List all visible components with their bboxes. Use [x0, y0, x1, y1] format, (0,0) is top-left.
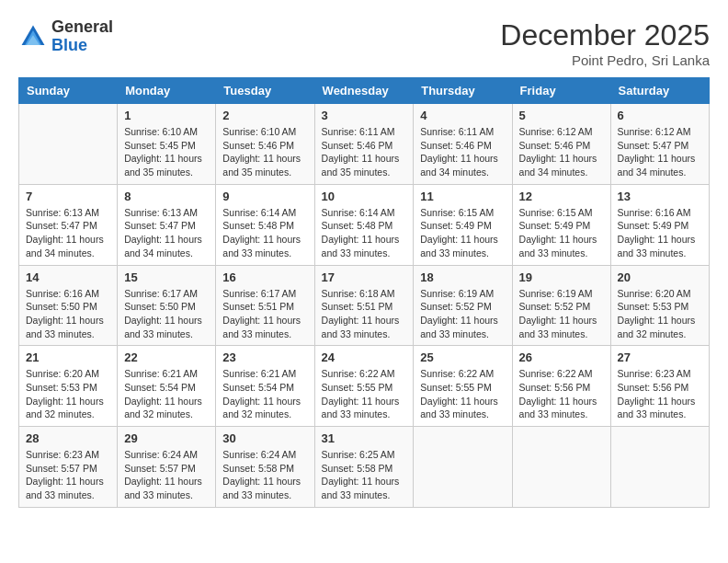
day-number: 12: [519, 190, 604, 203]
logo-blue-text: Blue: [51, 36, 87, 54]
day-number: 14: [26, 270, 110, 284]
day-number: 17: [322, 270, 407, 284]
day-number: 27: [618, 350, 702, 364]
page-header: General Blue December 2025 Point Pedro, …: [18, 18, 710, 68]
cell-info: Sunrise: 6:22 AMSunset: 5:55 PMDaylight:…: [420, 367, 505, 421]
cell-info: Sunrise: 6:12 AMSunset: 5:46 PMDaylight:…: [519, 125, 604, 179]
logo-general-text: General: [51, 17, 113, 36]
table-row: 16 Sunrise: 6:17 AMSunset: 5:51 PMDaylig…: [216, 265, 314, 346]
calendar-week-row: 7 Sunrise: 6:13 AMSunset: 5:47 PMDayligh…: [19, 184, 710, 265]
table-row: 24 Sunrise: 6:22 AMSunset: 5:55 PMDaylig…: [314, 346, 414, 427]
col-monday: Monday: [118, 78, 216, 104]
cell-info: Sunrise: 6:15 AMSunset: 5:49 PMDaylight:…: [420, 206, 505, 260]
table-row: 9 Sunrise: 6:14 AMSunset: 5:48 PMDayligh…: [216, 184, 314, 265]
table-row: 7 Sunrise: 6:13 AMSunset: 5:47 PMDayligh…: [19, 184, 118, 265]
cell-info: Sunrise: 6:20 AMSunset: 5:53 PMDaylight:…: [618, 287, 702, 341]
cell-info: Sunrise: 6:12 AMSunset: 5:47 PMDaylight:…: [618, 125, 702, 179]
cell-info: Sunrise: 6:10 AMSunset: 5:45 PMDaylight:…: [124, 125, 209, 179]
table-row: 2 Sunrise: 6:10 AMSunset: 5:46 PMDayligh…: [216, 104, 314, 185]
day-number: 30: [222, 431, 307, 445]
table-row: 20 Sunrise: 6:20 AMSunset: 5:53 PMDaylig…: [610, 265, 709, 346]
table-row: 17 Sunrise: 6:18 AMSunset: 5:51 PMDaylig…: [314, 265, 414, 346]
calendar-week-row: 1 Sunrise: 6:10 AMSunset: 5:45 PMDayligh…: [19, 104, 710, 185]
day-number: 15: [124, 270, 209, 284]
table-row: 8 Sunrise: 6:13 AMSunset: 5:47 PMDayligh…: [118, 184, 216, 265]
calendar-header-row: Sunday Monday Tuesday Wednesday Thursday…: [19, 78, 710, 104]
table-row: 5 Sunrise: 6:12 AMSunset: 5:46 PMDayligh…: [512, 104, 610, 185]
table-row: 27 Sunrise: 6:23 AMSunset: 5:56 PMDaylig…: [610, 346, 709, 427]
logo: General Blue: [18, 18, 113, 55]
day-number: 25: [420, 350, 505, 364]
day-number: 29: [124, 431, 209, 445]
col-tuesday: Tuesday: [216, 78, 314, 104]
day-number: 23: [222, 350, 307, 364]
table-row: 25 Sunrise: 6:22 AMSunset: 5:55 PMDaylig…: [414, 346, 512, 427]
day-number: 24: [322, 350, 407, 364]
cell-info: Sunrise: 6:19 AMSunset: 5:52 PMDaylight:…: [519, 287, 604, 341]
table-row: [610, 427, 709, 508]
calendar-table: Sunday Monday Tuesday Wednesday Thursday…: [18, 77, 710, 508]
table-row: 4 Sunrise: 6:11 AMSunset: 5:46 PMDayligh…: [414, 104, 512, 185]
table-row: 31 Sunrise: 6:25 AMSunset: 5:58 PMDaylig…: [314, 427, 414, 508]
day-number: 8: [124, 190, 209, 203]
col-wednesday: Wednesday: [314, 78, 414, 104]
cell-info: Sunrise: 6:11 AMSunset: 5:46 PMDaylight:…: [322, 125, 407, 179]
day-number: 3: [322, 109, 407, 122]
day-number: 28: [26, 431, 110, 445]
day-number: 11: [420, 190, 505, 203]
day-number: 1: [124, 109, 209, 122]
table-row: [19, 104, 118, 185]
table-row: 30 Sunrise: 6:24 AMSunset: 5:58 PMDaylig…: [216, 427, 314, 508]
cell-info: Sunrise: 6:16 AMSunset: 5:49 PMDaylight:…: [618, 206, 702, 260]
cell-info: Sunrise: 6:21 AMSunset: 5:54 PMDaylight:…: [124, 367, 209, 421]
col-thursday: Thursday: [414, 78, 512, 104]
calendar-week-row: 14 Sunrise: 6:16 AMSunset: 5:50 PMDaylig…: [19, 265, 710, 346]
logo-icon: [18, 22, 48, 52]
table-row: 10 Sunrise: 6:14 AMSunset: 5:48 PMDaylig…: [314, 184, 414, 265]
cell-info: Sunrise: 6:18 AMSunset: 5:51 PMDaylight:…: [322, 287, 407, 341]
cell-info: Sunrise: 6:10 AMSunset: 5:46 PMDaylight:…: [222, 125, 307, 179]
day-number: 26: [519, 350, 604, 364]
col-saturday: Saturday: [610, 78, 709, 104]
cell-info: Sunrise: 6:22 AMSunset: 5:55 PMDaylight:…: [322, 367, 407, 421]
cell-info: Sunrise: 6:16 AMSunset: 5:50 PMDaylight:…: [26, 287, 110, 341]
table-row: 14 Sunrise: 6:16 AMSunset: 5:50 PMDaylig…: [19, 265, 118, 346]
cell-info: Sunrise: 6:20 AMSunset: 5:53 PMDaylight:…: [26, 367, 110, 421]
day-number: 13: [618, 190, 702, 203]
col-sunday: Sunday: [19, 78, 118, 104]
cell-info: Sunrise: 6:24 AMSunset: 5:58 PMDaylight:…: [222, 448, 307, 502]
day-number: 5: [519, 109, 604, 122]
table-row: 18 Sunrise: 6:19 AMSunset: 5:52 PMDaylig…: [414, 265, 512, 346]
cell-info: Sunrise: 6:13 AMSunset: 5:47 PMDaylight:…: [124, 206, 209, 260]
day-number: 2: [222, 109, 307, 122]
cell-info: Sunrise: 6:13 AMSunset: 5:47 PMDaylight:…: [26, 206, 110, 260]
day-number: 22: [124, 350, 209, 364]
table-row: 28 Sunrise: 6:23 AMSunset: 5:57 PMDaylig…: [19, 427, 118, 508]
cell-info: Sunrise: 6:19 AMSunset: 5:52 PMDaylight:…: [420, 287, 505, 341]
day-number: 6: [618, 109, 702, 122]
cell-info: Sunrise: 6:25 AMSunset: 5:58 PMDaylight:…: [322, 448, 407, 502]
table-row: 22 Sunrise: 6:21 AMSunset: 5:54 PMDaylig…: [118, 346, 216, 427]
cell-info: Sunrise: 6:15 AMSunset: 5:49 PMDaylight:…: [519, 206, 604, 260]
day-number: 7: [26, 190, 110, 203]
cell-info: Sunrise: 6:17 AMSunset: 5:50 PMDaylight:…: [124, 287, 209, 341]
table-row: [512, 427, 610, 508]
table-row: 12 Sunrise: 6:15 AMSunset: 5:49 PMDaylig…: [512, 184, 610, 265]
day-number: 21: [26, 350, 110, 364]
table-row: 3 Sunrise: 6:11 AMSunset: 5:46 PMDayligh…: [314, 104, 414, 185]
table-row: 13 Sunrise: 6:16 AMSunset: 5:49 PMDaylig…: [610, 184, 709, 265]
logo-text: General Blue: [51, 18, 113, 55]
cell-info: Sunrise: 6:24 AMSunset: 5:57 PMDaylight:…: [124, 448, 209, 502]
day-number: 18: [420, 270, 505, 284]
table-row: 6 Sunrise: 6:12 AMSunset: 5:47 PMDayligh…: [610, 104, 709, 185]
table-row: 26 Sunrise: 6:22 AMSunset: 5:56 PMDaylig…: [512, 346, 610, 427]
table-row: 21 Sunrise: 6:20 AMSunset: 5:53 PMDaylig…: [19, 346, 118, 427]
cell-info: Sunrise: 6:23 AMSunset: 5:56 PMDaylight:…: [618, 367, 702, 421]
cell-info: Sunrise: 6:14 AMSunset: 5:48 PMDaylight:…: [322, 206, 407, 260]
day-number: 4: [420, 109, 505, 122]
table-row: [414, 427, 512, 508]
cell-info: Sunrise: 6:17 AMSunset: 5:51 PMDaylight:…: [222, 287, 307, 341]
table-row: 29 Sunrise: 6:24 AMSunset: 5:57 PMDaylig…: [118, 427, 216, 508]
table-row: 15 Sunrise: 6:17 AMSunset: 5:50 PMDaylig…: [118, 265, 216, 346]
cell-info: Sunrise: 6:14 AMSunset: 5:48 PMDaylight:…: [222, 206, 307, 260]
